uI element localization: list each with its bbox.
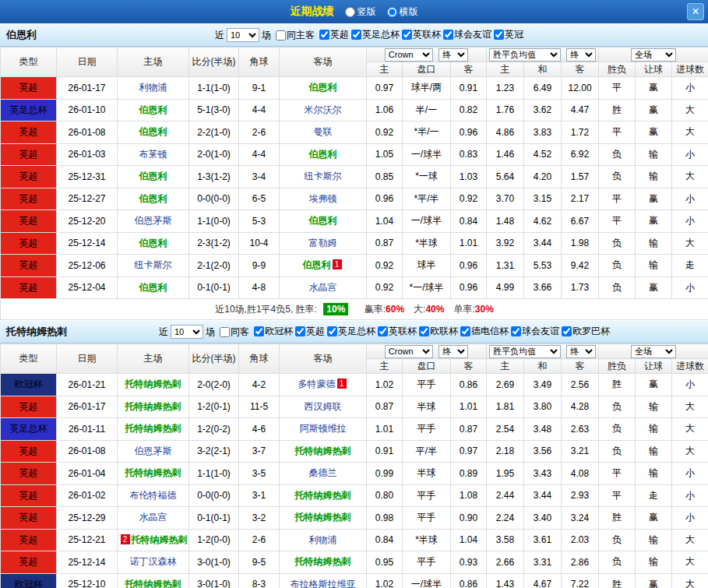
stat-label: 赢率: — [365, 304, 386, 315]
league-checkbox[interactable] — [254, 326, 264, 336]
league-filter[interactable]: 英足总杯 — [351, 28, 400, 41]
focus-team-link[interactable]: 托特纳姆热刺 — [132, 534, 188, 545]
league-checkbox[interactable] — [562, 326, 572, 336]
home-team-cell: 水晶宫 — [118, 507, 189, 530]
odds-stage-select[interactable]: 终 — [439, 48, 468, 62]
scope-select[interactable]: 全场 — [631, 48, 676, 62]
focus-team-link[interactable]: 伯恩利 — [303, 259, 331, 270]
ah-away-cell: 0.91 — [451, 77, 487, 100]
eu-stage-select[interactable]: 终 — [566, 345, 596, 358]
league-filter[interactable]: 球会友谊 — [511, 325, 559, 338]
focus-team-link[interactable]: 伯恩利 — [139, 104, 167, 115]
league-filter[interactable]: 英联杯 — [378, 325, 417, 338]
league-filter[interactable]: 球会友谊 — [443, 28, 491, 41]
league-checkbox[interactable] — [460, 326, 470, 336]
opponent-team-link[interactable]: 伯恩茅斯 — [135, 445, 172, 456]
league-checkbox[interactable] — [511, 326, 521, 336]
opponent-team-link[interactable]: 西汉姆联 — [305, 401, 342, 412]
odds-company-select[interactable]: Crown — [385, 345, 433, 358]
league-checkbox[interactable] — [443, 30, 453, 40]
focus-team-link[interactable]: 伯恩利 — [139, 282, 167, 293]
league-filter[interactable]: 英联杯 — [402, 28, 441, 41]
eu-away-cell: 3.24 — [562, 507, 599, 530]
focus-team-link[interactable]: 托特纳姆热刺 — [295, 556, 351, 567]
close-button[interactable]: × — [687, 3, 704, 20]
odds-stage-select[interactable]: 终 — [439, 345, 468, 358]
focus-team-link[interactable]: 托特纳姆热刺 — [125, 423, 181, 434]
league-filter[interactable]: 欧罗巴杯 — [562, 325, 610, 338]
league-checkbox[interactable] — [327, 326, 337, 336]
league-checkbox[interactable] — [494, 30, 504, 40]
league-filter[interactable]: 欧联杯 — [419, 325, 458, 338]
recent-count-select[interactable]: 10 — [227, 28, 259, 42]
col-eu-draw: 和 — [524, 359, 562, 374]
eu-company-select[interactable]: 胜平负均值 — [489, 48, 561, 62]
league-checkbox[interactable] — [295, 326, 305, 336]
focus-team-link[interactable]: 托特纳姆热刺 — [295, 445, 351, 456]
focus-team-link[interactable]: 托特纳姆热刺 — [125, 579, 181, 588]
opponent-team-link[interactable]: 纽卡斯尔 — [135, 259, 172, 270]
venue-checkbox[interactable] — [276, 30, 286, 40]
league-checkbox[interactable] — [351, 30, 361, 40]
score-cell: 2-1(2-0) — [189, 255, 239, 277]
away-team-cell: 富勒姆 — [280, 232, 367, 255]
league-filter[interactable]: 英超 — [295, 325, 325, 338]
opponent-team-link[interactable]: 伯恩茅斯 — [135, 215, 172, 226]
opponent-team-link[interactable]: 纽卡斯尔 — [305, 171, 342, 181]
opponent-team-link[interactable]: 利物浦 — [309, 534, 337, 545]
team-section: 伯恩利 近 10 场 同主客 英超英足总杯英联杯球会友谊英冠 类型 日期 — [0, 23, 708, 320]
layout-radio-vertical[interactable] — [345, 7, 355, 17]
venue-checkbox[interactable] — [220, 327, 230, 337]
focus-team-link[interactable]: 伯恩利 — [139, 126, 167, 137]
opponent-team-link[interactable]: 布莱顿 — [139, 149, 167, 160]
league-filter[interactable]: 英足总杯 — [327, 325, 375, 338]
opponent-team-link[interactable]: 桑德兰 — [309, 467, 337, 478]
opponent-team-link[interactable]: 埃弗顿 — [309, 193, 337, 204]
opponent-team-link[interactable]: 水晶宫 — [139, 512, 167, 523]
league-filter[interactable]: 英超 — [319, 28, 349, 41]
odds-company-select[interactable]: Crown — [385, 48, 433, 62]
focus-team-link[interactable]: 伯恩利 — [139, 171, 167, 181]
layout-option-vertical[interactable]: 竖版 — [345, 5, 376, 19]
focus-team-link[interactable]: 伯恩利 — [309, 215, 337, 226]
opponent-team-link[interactable]: 布拉格斯拉维亚 — [291, 579, 356, 588]
scope-select[interactable]: 全场 — [631, 345, 676, 358]
focus-team-link[interactable]: 托特纳姆热刺 — [125, 401, 181, 412]
away-team-cell: 西汉姆联 — [280, 396, 367, 418]
focus-team-link[interactable]: 托特纳姆热刺 — [295, 490, 351, 501]
venue-filter[interactable]: 同主客 — [276, 29, 315, 42]
focus-team-link[interactable]: 托特纳姆热刺 — [125, 467, 181, 478]
league-filter[interactable]: 德电信杯 — [460, 325, 509, 338]
score-cell: 2-0(1-0) — [189, 143, 239, 166]
opponent-team-link[interactable]: 米尔沃尔 — [305, 104, 342, 115]
ah-line-cell: *半/一 — [403, 121, 451, 144]
eu-stage-select[interactable]: 终 — [566, 48, 596, 62]
league-checkbox[interactable] — [319, 30, 329, 40]
opponent-team-link[interactable]: 多特蒙德 — [298, 379, 336, 389]
layout-option-horizontal[interactable]: 横版 — [387, 5, 418, 19]
layout-radio-horizontal[interactable] — [387, 7, 397, 17]
league-filter[interactable]: 英冠 — [494, 28, 523, 41]
ah-home-cell: 1.06 — [367, 99, 403, 121]
opponent-team-link[interactable]: 阿斯顿维拉 — [300, 423, 347, 434]
opponent-team-link[interactable]: 利物浦 — [139, 82, 167, 93]
league-checkbox[interactable] — [419, 326, 429, 336]
focus-team-link[interactable]: 伯恩利 — [309, 149, 337, 160]
league-checkbox[interactable] — [378, 326, 388, 336]
opponent-team-link[interactable]: 布伦特福德 — [130, 490, 177, 501]
opponent-team-link[interactable]: 富勒姆 — [309, 238, 337, 248]
focus-team-link[interactable]: 伯恩利 — [309, 82, 337, 93]
focus-team-link[interactable]: 托特纳姆热刺 — [125, 379, 181, 389]
league-filter[interactable]: 欧冠杯 — [254, 325, 293, 338]
focus-team-link[interactable]: 托特纳姆热刺 — [295, 512, 351, 523]
opponent-team-link[interactable]: 曼联 — [314, 126, 333, 137]
venue-filter[interactable]: 同客 — [220, 326, 249, 339]
focus-team-link[interactable]: 伯恩利 — [139, 238, 167, 248]
focus-team-link[interactable]: 伯恩利 — [139, 193, 167, 204]
league-checkbox[interactable] — [402, 30, 412, 40]
opponent-team-link[interactable]: 水晶宫 — [309, 282, 337, 293]
col-res-wdl: 胜负 — [599, 62, 636, 77]
recent-count-select[interactable]: 10 — [171, 325, 203, 339]
eu-company-select[interactable]: 胜平负均值 — [489, 345, 561, 358]
opponent-team-link[interactable]: 诺丁汉森林 — [130, 556, 177, 567]
